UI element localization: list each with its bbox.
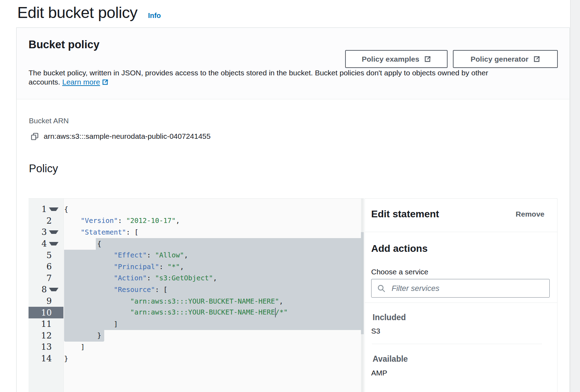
line-number: 14 bbox=[29, 353, 63, 365]
line-number: 8 bbox=[29, 284, 63, 295]
line-number: 5 bbox=[29, 249, 63, 261]
code-line: 8 "Resource": [ bbox=[29, 284, 364, 295]
code-line: 9 "arn:aws:s3:::YOUR-BUCKET-NAME-HERE", bbox=[29, 295, 364, 307]
code-line: 11 ] bbox=[29, 318, 364, 330]
available-service-list: AMP bbox=[371, 369, 387, 379]
policy-examples-label: Policy examples bbox=[362, 55, 419, 63]
bucket-arn-value: arn:aws:s3:::sample-neurodata-public-040… bbox=[44, 132, 211, 141]
code-line: 12 } bbox=[29, 330, 364, 342]
choose-service-label: Choose a service bbox=[371, 268, 428, 276]
edit-bucket-policy-page: Edit bucket policy Info Bucket policy Po… bbox=[0, 0, 580, 392]
page-title: Edit bucket policy bbox=[17, 4, 137, 22]
code-rows: 1{2 "Version": "2012-10-17",3 "Statement… bbox=[29, 199, 364, 364]
learn-more-link[interactable]: Learn more bbox=[62, 78, 108, 86]
service-item[interactable]: AMP bbox=[371, 369, 387, 379]
code-line: 3 "Statement": [ bbox=[29, 226, 364, 238]
panel-divider bbox=[365, 303, 557, 303]
included-heading: Included bbox=[373, 313, 406, 322]
filter-services-input[interactable] bbox=[391, 284, 544, 293]
header-buttons: Policy examples Policy generator bbox=[345, 50, 558, 68]
panel-divider bbox=[365, 232, 557, 232]
policy-heading: Policy bbox=[29, 162, 58, 175]
code-line: 7 "Action": "s3:GetObject", bbox=[29, 273, 364, 284]
line-number: 9 bbox=[29, 295, 63, 307]
external-link-icon bbox=[424, 56, 431, 63]
line-number: 13 bbox=[29, 341, 63, 353]
line-number: 11 bbox=[29, 318, 63, 330]
line-number: 6 bbox=[29, 261, 63, 273]
viewport-right-gutter bbox=[570, 0, 580, 392]
fold-arrow-icon[interactable] bbox=[49, 242, 58, 245]
bucket-arn-label: Bucket ARN bbox=[29, 117, 69, 125]
search-icon bbox=[377, 284, 386, 293]
page-header: Edit bucket policy Info bbox=[17, 4, 161, 22]
policy-code-editor[interactable]: 1{2 "Version": "2012-10-17",3 "Statement… bbox=[29, 198, 364, 392]
code-line: 6 "Principal": "*", bbox=[29, 261, 364, 273]
code-line: 5 "Effect": "Allow", bbox=[29, 249, 364, 261]
external-link-icon bbox=[102, 79, 108, 86]
policy-examples-button[interactable]: Policy examples bbox=[345, 50, 448, 68]
fold-arrow-icon[interactable] bbox=[49, 288, 58, 291]
bucket-policy-card-header: Bucket policy Policy examples Policy gen… bbox=[17, 28, 569, 99]
line-number: 4 bbox=[29, 238, 63, 250]
add-actions-heading: Add actions bbox=[371, 243, 428, 254]
code-line: 13 ] bbox=[29, 341, 364, 353]
line-number: 7 bbox=[29, 273, 63, 284]
learn-more-label: Learn more bbox=[62, 78, 100, 86]
panel-divider bbox=[372, 344, 542, 344]
code-line: 10 "arn:aws:s3:::YOUR-BUCKET-NAME-HERE/*… bbox=[29, 307, 364, 318]
line-number: 3 bbox=[29, 226, 63, 238]
code-line: 2 "Version": "2012-10-17", bbox=[29, 215, 364, 227]
fold-arrow-icon[interactable] bbox=[49, 230, 58, 234]
policy-generator-label: Policy generator bbox=[470, 55, 529, 63]
edit-statement-title: Edit statement bbox=[371, 209, 439, 220]
line-number: 1 bbox=[29, 204, 63, 215]
code-line: 4 { bbox=[29, 238, 364, 250]
fold-arrow-icon[interactable] bbox=[49, 207, 58, 211]
external-link-icon bbox=[533, 56, 540, 63]
line-number: 10 bbox=[29, 307, 63, 318]
line-number: 2 bbox=[29, 215, 63, 227]
card-description: The bucket policy, written in JSON, prov… bbox=[29, 68, 519, 87]
bucket-arn-row: arn:aws:s3:::sample-neurodata-public-040… bbox=[31, 132, 211, 141]
copy-icon[interactable] bbox=[31, 132, 39, 141]
available-heading: Available bbox=[373, 354, 408, 364]
editor-scrollbar-thumb[interactable] bbox=[361, 232, 364, 334]
info-link[interactable]: Info bbox=[148, 12, 161, 20]
code-line: 1{ bbox=[29, 204, 364, 215]
filter-services-inputbox[interactable] bbox=[371, 279, 550, 298]
card-heading: Bucket policy bbox=[29, 38, 100, 51]
edit-statement-panel: Edit statement Remove Add actions Choose… bbox=[364, 198, 557, 392]
included-service-list: S3 bbox=[371, 327, 380, 337]
service-item[interactable]: S3 bbox=[371, 327, 380, 337]
remove-statement-button[interactable]: Remove bbox=[516, 210, 544, 218]
line-number: 12 bbox=[29, 330, 63, 342]
code-line: 14} bbox=[29, 353, 364, 365]
policy-generator-button[interactable]: Policy generator bbox=[453, 50, 558, 68]
